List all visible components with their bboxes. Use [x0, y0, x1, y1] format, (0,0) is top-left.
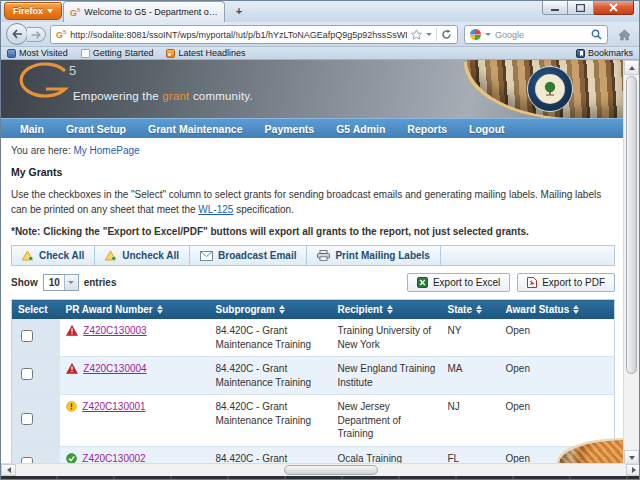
window-bottom-edge: [1, 476, 639, 479]
google-logo-icon: [470, 29, 481, 40]
scroll-right-button[interactable]: [626, 464, 640, 476]
browser-tab[interactable]: G5 Welcome to G5 - Department of Educati…: [63, 1, 225, 22]
column-header-pr-award-number[interactable]: PR Award Number: [60, 300, 210, 320]
award-number-link[interactable]: Z420C130004: [83, 363, 146, 374]
search-icon[interactable]: [591, 29, 602, 40]
arrow-left-icon: [7, 467, 11, 473]
column-header-state[interactable]: State: [442, 300, 500, 320]
table-header-row: Select PR Award Number Subprogram Recipi…: [12, 300, 615, 320]
reload-icon[interactable]: [441, 29, 452, 40]
minimize-button[interactable]: [542, 1, 568, 15]
bookmark-most-visited[interactable]: Most Visited: [7, 48, 68, 58]
subprogram-cell: 84.420C - Grant Maintenance Training: [210, 319, 332, 357]
row-select-checkbox[interactable]: [21, 368, 33, 380]
row-select-checkbox[interactable]: [21, 413, 33, 425]
url-dropdown-icon[interactable]: [426, 33, 432, 36]
award-number-link[interactable]: Z420C130001: [82, 401, 145, 412]
state-cell: NY: [442, 319, 500, 357]
column-header-select: Select: [12, 300, 60, 320]
vertical-scrollbar[interactable]: [623, 60, 639, 465]
award-number-link[interactable]: Z420C130002: [82, 453, 145, 464]
nav-item-logout[interactable]: Logout: [458, 123, 516, 135]
browser-window: Firefox G5 Welcome to G5 - Department of…: [0, 0, 640, 480]
bookmarks-menu-button[interactable]: Bookmarks: [576, 48, 633, 58]
maximize-icon: [576, 4, 585, 12]
table-row: Z420C130001 84.420C - Grant Maintenance …: [12, 395, 615, 447]
sort-icon[interactable]: [573, 305, 579, 314]
nav-item-reports[interactable]: Reports: [396, 123, 458, 135]
excel-icon: [417, 277, 428, 288]
subprogram-cell: 84.420C - Grant Maintenance Training: [210, 395, 332, 447]
table-row: Z420C130003 84.420C - Grant Maintenance …: [12, 319, 615, 357]
uncheck-all-button[interactable]: Uncheck All: [95, 246, 190, 265]
g5-logo: [15, 62, 71, 106]
print-mailing-labels-button[interactable]: Print Mailing Labels: [307, 246, 440, 265]
rss-feed-icon: [166, 49, 175, 58]
url-bar[interactable]: G5 http://sodalite:8081/ssoINT/wps/mypor…: [50, 25, 458, 44]
bookmark-getting-started[interactable]: Getting Started: [81, 48, 154, 58]
broadcast-email-button[interactable]: Broadcast Email: [190, 246, 307, 265]
arrow-right-icon: [632, 467, 636, 473]
sort-icon[interactable]: [476, 305, 482, 314]
column-header-subprogram[interactable]: Subprogram: [210, 300, 332, 320]
maximize-button[interactable]: [568, 1, 594, 15]
bookmark-latest-headlines[interactable]: Latest Headlines: [166, 48, 245, 58]
nav-item-payments[interactable]: Payments: [254, 123, 326, 135]
most-visited-icon: [7, 49, 16, 58]
search-engine-dropdown-icon[interactable]: [485, 33, 491, 36]
check-all-button[interactable]: Check All: [12, 246, 95, 265]
wl-125-link[interactable]: WL-125: [198, 204, 233, 215]
g5-logo-g-icon: [15, 62, 71, 102]
column-header-award-status[interactable]: Award Status: [500, 300, 615, 320]
forward-button[interactable]: [27, 27, 46, 42]
page-size-select[interactable]: 10: [43, 274, 79, 291]
new-tab-button[interactable]: +: [229, 5, 249, 19]
export-to-excel-button[interactable]: Export to Excel: [407, 273, 510, 292]
list-controls: Show 10 entries Export to Excel Export t…: [11, 273, 615, 292]
home-icon: [618, 29, 631, 41]
export-to-pdf-button[interactable]: Export to PDF: [517, 273, 615, 292]
horizontal-scrollbar[interactable]: [1, 463, 640, 476]
main-navigation: Main Grant Setup Grant Maintenance Payme…: [1, 118, 625, 138]
close-button[interactable]: [594, 1, 634, 15]
sort-icon[interactable]: [279, 305, 285, 314]
nav-item-main[interactable]: Main: [9, 123, 55, 135]
row-select-checkbox[interactable]: [21, 330, 33, 342]
firefox-menu-label: Firefox: [13, 6, 43, 16]
tab-title: Welcome to G5 - Department of Educati...: [84, 7, 218, 17]
page-title: My Grants: [11, 166, 615, 178]
table-row: Z420C130004 84.420C - Grant Maintenance …: [12, 357, 615, 395]
nav-item-g5-admin[interactable]: G5 Admin: [325, 123, 396, 135]
bookmarks-icon: [576, 49, 585, 58]
email-icon: [200, 251, 213, 261]
sort-icon[interactable]: [387, 305, 393, 314]
tagline: Empowering the grant community.: [73, 90, 253, 102]
scroll-left-button[interactable]: [1, 464, 16, 476]
check-all-icon: [22, 250, 34, 261]
chevron-down-icon: [64, 275, 78, 290]
horizontal-scrollbar-thumb[interactable]: [284, 465, 378, 475]
uncheck-all-icon: [105, 250, 117, 261]
warning-icon: [66, 401, 77, 412]
vertical-scrollbar-thumb[interactable]: [626, 76, 637, 374]
bookmark-star-icon[interactable]: [411, 29, 422, 40]
firefox-menu-button[interactable]: Firefox: [4, 2, 62, 20]
recipient-cell: New England Training Institute: [332, 357, 442, 395]
breadcrumb-home-link[interactable]: My HomePage: [73, 145, 139, 156]
nav-item-grant-setup[interactable]: Grant Setup: [55, 123, 137, 135]
bookmarks-toolbar: Most Visited Getting Started Latest Head…: [1, 47, 639, 60]
nav-item-grant-maintenance[interactable]: Grant Maintenance: [137, 123, 254, 135]
navigation-toolbar: G5 http://sodalite:8081/ssoINT/wps/mypor…: [1, 22, 639, 47]
column-header-recipient[interactable]: Recipient: [332, 300, 442, 320]
search-input[interactable]: Google: [464, 25, 608, 44]
sort-icon[interactable]: [157, 305, 163, 314]
back-button[interactable]: [6, 23, 28, 45]
home-button[interactable]: [614, 26, 634, 44]
scroll-up-button[interactable]: [624, 60, 639, 75]
pdf-icon: [527, 277, 537, 288]
department-of-education-seal: [527, 66, 573, 112]
export-buttons: Export to Excel Export to PDF: [407, 273, 615, 292]
award-number-link[interactable]: Z420C130003: [83, 325, 146, 336]
g5-favicon-icon: G5: [70, 7, 80, 18]
error-icon: [66, 325, 78, 336]
